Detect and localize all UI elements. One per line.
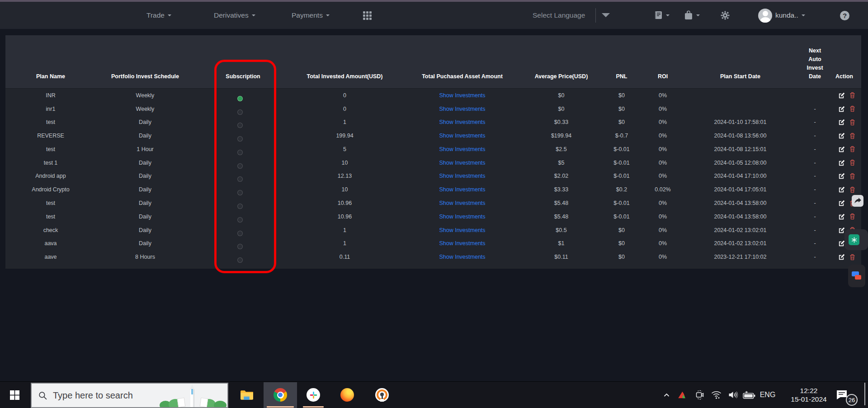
edit-plan-button[interactable]	[838, 213, 845, 220]
invested-amount-cell: 5	[292, 146, 398, 152]
show-investments-link[interactable]: Show Investments	[439, 200, 485, 206]
search-input[interactable]	[52, 390, 156, 401]
show-investments-link[interactable]: Show Investments	[439, 213, 485, 220]
table-row: test 1Daily10Show Investments$5$-0.010%2…	[5, 156, 861, 170]
tray-language-button[interactable]: ENG	[759, 382, 777, 408]
pnl-cell: $0	[596, 240, 647, 247]
invested-amount-cell: 10	[292, 160, 398, 166]
avatar	[758, 9, 772, 23]
user-menu[interactable]: kunda..	[758, 2, 805, 29]
toggle-knob	[237, 109, 243, 115]
show-investments-link[interactable]: Show Investments	[439, 186, 485, 193]
delete-plan-button[interactable]	[849, 146, 856, 152]
edit-plan-button[interactable]	[838, 254, 845, 261]
chat-extension-panel[interactable]	[848, 265, 865, 287]
taskbar-file-explorer[interactable]	[236, 382, 257, 408]
wallet-menu-button[interactable]	[684, 2, 700, 29]
plan-start-date-cell: 2023-12-21 17:10:02	[678, 254, 802, 260]
chatgpt-icon[interactable]	[849, 234, 859, 245]
show-desktop-button[interactable]	[864, 383, 865, 405]
pnl-cell: $0	[596, 92, 647, 99]
average-price-cell: $199.94	[527, 133, 596, 139]
pnl-cell: $-0.01	[596, 173, 647, 179]
show-investments-link[interactable]: Show Investments	[439, 160, 485, 166]
settings-button[interactable]	[721, 2, 730, 29]
tray-app-button[interactable]	[675, 382, 688, 408]
toggle-knob	[237, 96, 243, 101]
show-investments-link[interactable]: Show Investments	[439, 133, 485, 139]
average-price-cell: $0.11	[527, 254, 596, 260]
help-button[interactable]: ?	[840, 2, 849, 29]
pnl-cell: $0.2	[596, 186, 647, 193]
edit-plan-button[interactable]	[838, 200, 845, 207]
delete-plan-button[interactable]	[849, 119, 856, 126]
slack-running-indicator	[303, 406, 324, 408]
show-investments-link[interactable]: Show Investments	[439, 106, 485, 112]
tray-meet-now-button[interactable]	[693, 382, 706, 408]
delete-plan-button[interactable]	[849, 92, 856, 99]
nav-item-derivatives[interactable]: Derivatives	[214, 2, 255, 29]
edit-plan-button[interactable]	[838, 159, 845, 166]
column-header: PNL	[596, 72, 647, 88]
show-investments-link[interactable]: Show Investments	[439, 240, 485, 247]
taskbar-chrome[interactable]	[264, 382, 297, 408]
edit-plan-button[interactable]	[838, 186, 845, 193]
nav-item-payments[interactable]: Payments	[292, 2, 330, 29]
taskbar-search[interactable]	[31, 383, 228, 408]
delete-plan-button[interactable]	[849, 173, 856, 180]
chatgpt-extension-panel[interactable]	[844, 229, 868, 250]
toggle-knob	[237, 176, 243, 182]
apps-grid-button[interactable]	[363, 2, 372, 29]
taskbar-openvpn[interactable]	[371, 382, 393, 408]
share-extension-button[interactable]	[852, 195, 863, 207]
language-dropdown-button[interactable]	[602, 2, 610, 29]
delete-plan-button[interactable]	[849, 133, 856, 139]
action-center-button[interactable]	[835, 382, 849, 408]
purchased-asset-cell: Show Investments	[398, 200, 527, 206]
edit-plan-button[interactable]	[838, 92, 845, 99]
taskbar-slack[interactable]	[302, 382, 324, 408]
taskbar: ENG 12:22 15-01-2024	[0, 381, 868, 408]
show-investments-link[interactable]: Show Investments	[439, 254, 485, 260]
purchased-asset-cell: Show Investments	[398, 106, 527, 112]
tray-volume-button[interactable]	[726, 382, 740, 408]
table-row: aave8 Hours0.11Show Investments$0.11$00%…	[5, 250, 861, 264]
tray-show-hidden-icons[interactable]	[661, 382, 672, 408]
show-investments-link[interactable]: Show Investments	[439, 173, 485, 179]
show-investments-link[interactable]: Show Investments	[439, 119, 485, 125]
language-selector[interactable]: Select Language	[533, 2, 585, 29]
delete-plan-button[interactable]	[849, 186, 856, 193]
orders-menu-button[interactable]	[654, 2, 670, 29]
taskbar-firefox[interactable]	[336, 382, 358, 408]
edit-plan-button[interactable]	[838, 173, 845, 180]
toggle-knob	[237, 163, 243, 169]
schedule-cell: Daily	[96, 186, 194, 193]
show-investments-link[interactable]: Show Investments	[439, 146, 485, 152]
delete-plan-button[interactable]	[849, 254, 856, 261]
roi-cell: 0%	[647, 173, 678, 179]
show-investments-link[interactable]: Show Investments	[439, 227, 485, 233]
toggle-knob	[237, 231, 243, 236]
pnl-cell: $-0.01	[596, 160, 647, 166]
tray-network-button[interactable]	[710, 382, 722, 408]
edit-plan-button[interactable]	[838, 240, 845, 247]
nav-item-trade[interactable]: Trade	[146, 2, 171, 29]
invested-amount-cell: 1	[292, 240, 398, 247]
invested-amount-cell: 0.11	[292, 254, 398, 260]
schedule-cell: Daily	[96, 133, 194, 139]
edit-plan-button[interactable]	[838, 146, 845, 152]
column-header: Next Auto Invest Date	[802, 47, 827, 88]
delete-plan-button[interactable]	[849, 213, 856, 220]
start-button[interactable]	[4, 382, 25, 408]
edit-plan-button[interactable]	[838, 105, 845, 112]
delete-plan-button[interactable]	[849, 159, 856, 166]
edit-plan-button[interactable]	[838, 133, 845, 139]
taskbar-clock[interactable]: 12:22 15-01-2024	[784, 382, 834, 408]
edit-plan-button[interactable]	[838, 227, 845, 233]
share-arrow-icon	[854, 197, 862, 205]
tray-battery-button[interactable]	[741, 382, 757, 408]
table-row: aavaDaily1Show Investments$1$00%2024-01-…	[5, 237, 861, 250]
delete-plan-button[interactable]	[849, 105, 856, 112]
show-investments-link[interactable]: Show Investments	[439, 92, 485, 99]
edit-plan-button[interactable]	[838, 119, 845, 126]
